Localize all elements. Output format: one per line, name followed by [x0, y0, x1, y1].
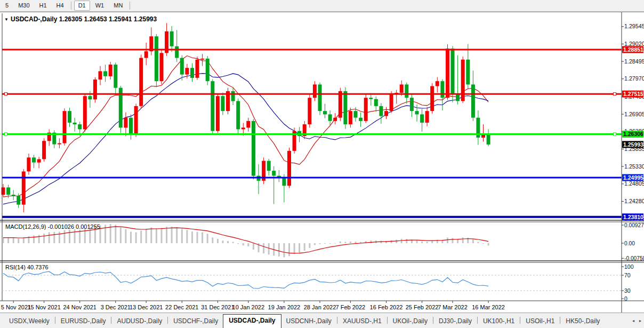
- candle-body: [343, 91, 347, 124]
- candle-body: [32, 157, 36, 162]
- date-tick-label: 13 Dec 2021: [130, 304, 163, 310]
- macd-histogram-bar: [477, 242, 479, 243]
- tab-separator: [520, 317, 520, 324]
- candle-body: [216, 96, 220, 131]
- timeframe-button-h1[interactable]: H1: [35, 1, 51, 11]
- tab-usdcad-daily[interactable]: USDCAD-,Daily: [223, 314, 281, 328]
- macd-histogram-bar: [140, 231, 142, 244]
- tab-uk100-h1[interactable]: UK100-,H1: [478, 315, 519, 328]
- candle-body: [374, 99, 378, 106]
- macd-histogram-bar: [406, 239, 407, 243]
- timeframe-button-w1[interactable]: W1: [91, 1, 109, 11]
- macd-histogram-bar: [401, 239, 402, 243]
- tab-scroll-left-icon[interactable]: ◂: [632, 318, 634, 324]
- candle-body: [78, 124, 82, 129]
- date-tick-label: 5 Nov 2021: [1, 304, 31, 310]
- timeframe-button-d1[interactable]: D1: [74, 1, 90, 11]
- macd-histogram-bar: [431, 241, 433, 243]
- date-tick-label: 7 Feb 2022: [336, 304, 366, 310]
- candle-body: [359, 118, 363, 121]
- candle-body: [27, 157, 30, 171]
- candle-body: [180, 58, 184, 75]
- macd-histogram-bar: [263, 243, 264, 253]
- hline-handle[interactable]: [5, 93, 7, 95]
- price-badge-label: 1.27515: [623, 91, 643, 97]
- candle-body: [185, 68, 189, 74]
- tab-separator: [387, 317, 388, 324]
- price-tick-label: 1.29545: [624, 23, 644, 29]
- candle-body: [160, 53, 164, 81]
- tab-usdchf-daily[interactable]: USDCHF-,Daily: [168, 315, 223, 328]
- toolbar-separator: [71, 2, 71, 10]
- candle-body: [63, 111, 67, 143]
- candle-body: [379, 106, 383, 116]
- timeframe-button-h4[interactable]: H4: [52, 1, 68, 11]
- macd-histogram-bar: [278, 243, 280, 257]
- candle-body: [58, 143, 61, 145]
- tab-ukoil-daily[interactable]: UKOil-,Daily: [388, 315, 432, 328]
- macd-label: MACD(12,26,9) -0.001026 0.001255: [5, 223, 100, 230]
- macd-histogram-bar: [232, 242, 234, 244]
- date-tick-label: 16 Mar 2022: [472, 304, 505, 310]
- tab-usdcnh-daily[interactable]: USDCNH-,Daily: [281, 315, 336, 328]
- macd-histogram-bar: [130, 231, 132, 243]
- candle-body: [349, 111, 352, 124]
- macd-histogram-bar: [253, 243, 254, 250]
- macd-tick-label: 0.00: [624, 241, 635, 246]
- candle-body: [175, 46, 179, 58]
- candle-body: [436, 81, 439, 86]
- macd-histogram-bar: [59, 231, 60, 243]
- hline-handle[interactable]: [614, 133, 616, 135]
- candle-body: [252, 121, 255, 176]
- timeframe-button-m30[interactable]: M30: [14, 1, 34, 11]
- candle-body: [190, 68, 194, 78]
- candle-body: [405, 84, 408, 98]
- candle-body: [93, 79, 97, 99]
- candle-body: [410, 98, 414, 111]
- tab-usoil-h1[interactable]: USOil-,H1: [521, 315, 559, 328]
- macd-histogram-bar: [18, 238, 19, 243]
- candle-body: [440, 81, 444, 98]
- tab-separator: [433, 317, 433, 324]
- macd-histogram-bar: [334, 243, 336, 244]
- tab-audusd-daily[interactable]: AUDUSD-,Daily: [112, 315, 167, 328]
- tab-separator: [167, 317, 168, 324]
- chart-window[interactable]: 1.295451.290201.284951.279701.274301.269…: [0, 12, 644, 313]
- date-tick-label: 28 Jan 2022: [304, 304, 336, 310]
- macd-histogram-bar: [191, 231, 193, 243]
- timeframe-button-mn[interactable]: MN: [109, 1, 127, 11]
- tab-eurusd-daily[interactable]: EURUSD-,Daily: [56, 315, 111, 328]
- tab-usdx-weekly[interactable]: USDX,Weekly: [4, 315, 54, 328]
- tab-dj30-daily[interactable]: DJ30-,Daily: [434, 315, 477, 328]
- macd-histogram-bar: [186, 230, 188, 243]
- macd-histogram-bar: [161, 228, 163, 243]
- macd-histogram-bar: [268, 243, 270, 254]
- candle-body: [109, 65, 112, 76]
- hline-handle[interactable]: [614, 93, 616, 95]
- tab-xauusd-h1[interactable]: XAUUSD-,H1: [338, 315, 387, 328]
- macd-histogram-bar: [350, 242, 351, 243]
- tab-hk50-daily[interactable]: HK50-,Daily: [561, 315, 605, 328]
- macd-histogram-bar: [120, 228, 122, 244]
- macd-histogram-bar: [324, 243, 326, 244]
- tab-separator: [111, 317, 111, 324]
- price-badge-label: 1.25993: [623, 141, 643, 148]
- macd-histogram-bar: [421, 242, 423, 243]
- macd-histogram-bar: [74, 229, 76, 243]
- tab-scroll-right-icon[interactable]: ▸: [639, 318, 641, 324]
- candle-body: [369, 98, 373, 99]
- candle-body: [124, 118, 127, 128]
- macd-histogram-bar: [309, 243, 310, 248]
- macd-histogram-bar: [23, 238, 25, 243]
- macd-histogram-bar: [447, 237, 448, 243]
- price-tick-label: 1.24805: [624, 180, 644, 187]
- timeframe-button-m5[interactable]: 5: [1, 1, 13, 11]
- macd-histogram-bar: [247, 243, 249, 246]
- candle-body: [17, 196, 20, 205]
- macd-histogram-bar: [64, 230, 66, 243]
- hline-handle[interactable]: [5, 133, 7, 135]
- candle-body: [221, 96, 224, 111]
- candle-body: [333, 118, 337, 121]
- date-tick-label: 10 Jan 2022: [232, 304, 265, 310]
- candle-body: [211, 81, 214, 131]
